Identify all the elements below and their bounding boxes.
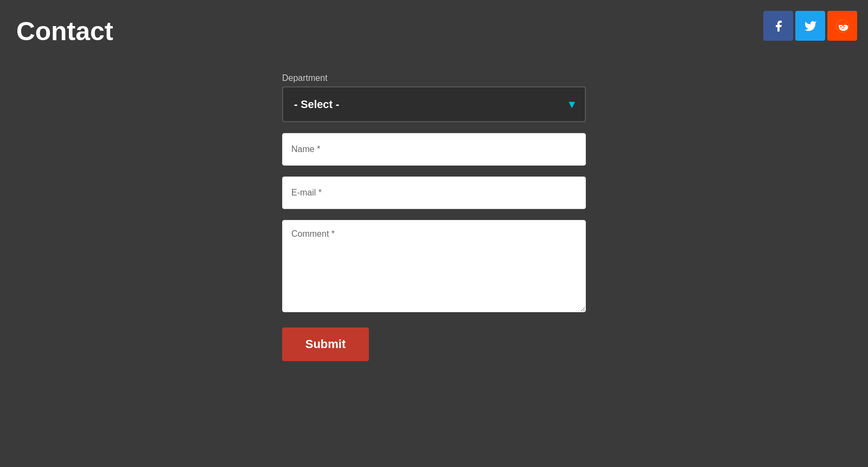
- email-input[interactable]: [282, 176, 586, 209]
- header: Contact: [0, 0, 868, 62]
- reddit-icon[interactable]: [827, 11, 857, 41]
- department-select[interactable]: - Select - Sales Support Billing General: [282, 86, 586, 122]
- department-field-group: Department - Select - Sales Support Bill…: [282, 73, 586, 122]
- department-label: Department: [282, 73, 586, 83]
- email-field-group: [282, 176, 586, 209]
- comment-textarea[interactable]: [282, 220, 586, 312]
- social-icons-container: [763, 11, 857, 41]
- contact-form: Department - Select - Sales Support Bill…: [0, 73, 868, 361]
- page-title: Contact: [0, 0, 868, 62]
- svg-point-1: [840, 26, 841, 27]
- twitter-icon[interactable]: [795, 11, 825, 41]
- name-field-group: [282, 133, 586, 166]
- submit-row: Submit: [282, 327, 586, 361]
- department-select-wrapper: - Select - Sales Support Billing General…: [282, 86, 586, 122]
- name-input[interactable]: [282, 133, 586, 166]
- submit-button[interactable]: Submit: [282, 327, 369, 361]
- facebook-icon[interactable]: [763, 11, 793, 41]
- comment-field-group: [282, 220, 586, 314]
- svg-point-2: [843, 26, 844, 27]
